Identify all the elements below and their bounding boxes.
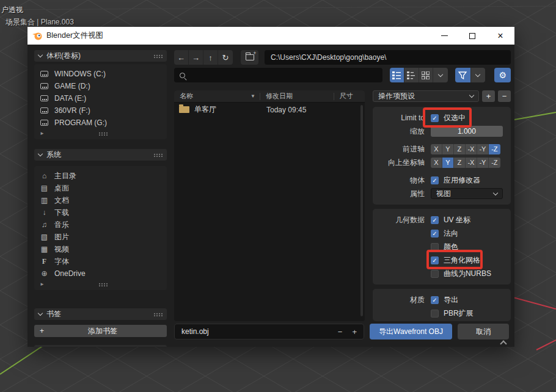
section-title: 书签	[46, 309, 61, 319]
sidebar-item-program-g[interactable]: PROGRAM (G:)	[34, 117, 167, 129]
scroll-up-indicator[interactable]	[500, 340, 507, 347]
sidebar-item-label: 下载	[54, 208, 69, 218]
sidebar-item-documents[interactable]: ▥ 文档	[34, 194, 167, 206]
column-header-name[interactable]: 名称 ▼	[174, 92, 260, 101]
column-header-size[interactable]: 尺寸	[334, 92, 365, 101]
search-input[interactable]	[174, 68, 382, 82]
sidebar-item-onedrive[interactable]: ⊕ OneDrive	[34, 267, 167, 280]
maximize-button[interactable]	[458, 27, 486, 45]
sidebar-item-data-e[interactable]: DATA (E:)	[34, 92, 167, 104]
axis-neg-z-button[interactable]: -Z	[489, 144, 500, 154]
section-header-recent[interactable]: 最近打开的文件	[34, 345, 167, 347]
normals-label: 法向	[444, 228, 458, 239]
column-header-date[interactable]: 修改日期	[260, 92, 334, 101]
grip-icon[interactable]	[153, 313, 163, 316]
normals-checkbox[interactable]	[431, 230, 439, 238]
axis-z-button[interactable]: Z	[454, 144, 466, 154]
axis-neg-y-button[interactable]: -Y	[477, 144, 489, 154]
uv-coords-checkbox[interactable]	[431, 216, 439, 224]
grip-icon[interactable]	[153, 153, 163, 157]
sidebar-item-game-d[interactable]: GAME (D:)	[34, 80, 167, 92]
curves-as-nurbs-checkbox[interactable]	[431, 270, 439, 278]
forward-axis-group: X Y Z -X -Y -Z	[431, 144, 500, 154]
view-horizontal-list-button[interactable]	[404, 68, 419, 82]
axis-neg-x-button[interactable]: -X	[466, 158, 477, 168]
sidebar-item-downloads[interactable]: ↓ 下载	[34, 206, 167, 219]
grid-icon	[422, 71, 430, 79]
axis-x-button[interactable]: X	[431, 158, 442, 168]
selected-only-checkbox[interactable]	[431, 114, 439, 122]
grip-icon[interactable]	[153, 54, 163, 58]
new-folder-button[interactable]	[241, 50, 258, 65]
path-input[interactable]: C:\Users\CXJ\Desktop\gong\baoye\	[265, 50, 511, 65]
sidebar-item-label: PROGRAM (G:)	[54, 118, 107, 127]
sidebar-item-label: DATA (E:)	[54, 94, 86, 103]
forward-button[interactable]: →	[189, 50, 203, 65]
dialog-footer: ketin.obj − + 导出Wavefront OBJ 取消	[174, 324, 509, 339]
sidebar-item-videos[interactable]: ▦ 视频	[34, 243, 167, 255]
filter-toggle-button[interactable]	[455, 68, 470, 82]
section-header-volumes[interactable]: 体积(卷标)	[34, 50, 167, 62]
export-materials-checkbox[interactable]	[431, 296, 439, 304]
horizontal-list-icon	[407, 71, 415, 79]
sidebar-item-fonts[interactable]: F 字体	[34, 255, 167, 267]
axis-y-button[interactable]: Y	[442, 158, 454, 168]
axis-neg-z-button[interactable]: -Z	[489, 158, 500, 168]
triangulate-mesh-checkbox[interactable]	[431, 256, 439, 264]
export-obj-button[interactable]: 导出Wavefront OBJ	[370, 324, 452, 339]
sidebar-item-music[interactable]: ♫ 音乐	[34, 219, 167, 231]
expand-right-icon[interactable]: ►	[40, 281, 45, 287]
grip-icon[interactable]	[98, 132, 108, 136]
sidebar-item-home[interactable]: ⌂ 主目录	[34, 170, 167, 182]
sidebar-item-desktop[interactable]: ▤ 桌面	[34, 182, 167, 194]
section-header-bookmarks[interactable]: 书签	[34, 308, 167, 320]
scale-value-field[interactable]: 1.000	[431, 126, 503, 137]
increment-filename-button[interactable]: +	[352, 327, 357, 336]
axis-x-button[interactable]: X	[431, 144, 442, 154]
browser-main: ← → ↑ ↻ C:\Users\CXJ\Desktop\gong\baoye\	[174, 50, 511, 347]
pbr-extension-checkbox[interactable]	[431, 310, 439, 318]
back-icon: ←	[177, 53, 185, 62]
minus-icon: −	[502, 92, 507, 101]
sidebar-item-360vr-f[interactable]: 360VR (F:)	[34, 104, 167, 117]
apply-modifiers-checkbox[interactable]	[431, 176, 439, 184]
expand-right-icon[interactable]: ►	[40, 131, 45, 136]
vertical-list-icon	[392, 71, 401, 79]
filename-input[interactable]: ketin.obj − +	[174, 324, 364, 339]
sidebar-item-windows-c[interactable]: WINDOWS (C:)	[34, 68, 167, 80]
colors-checkbox[interactable]	[431, 243, 439, 251]
file-row[interactable]: 单客厅 Today 09:45	[174, 103, 365, 117]
remove-preset-button[interactable]: −	[498, 90, 511, 102]
add-preset-button[interactable]: +	[482, 90, 495, 102]
sidebar-item-pictures[interactable]: ▧ 图片	[34, 231, 167, 243]
operator-presets-dropdown[interactable]: 操作项预设	[373, 90, 479, 102]
back-button[interactable]: ←	[174, 50, 189, 65]
axis-neg-x-button[interactable]: -X	[466, 144, 477, 154]
view-options-dropdown[interactable]	[433, 68, 448, 82]
system-list: ⌂ 主目录 ▤ 桌面 ▥ 文档 ↓ 下载	[34, 166, 167, 290]
refresh-button[interactable]: ↻	[218, 50, 233, 65]
uv-coords-label: UV 坐标	[444, 215, 470, 225]
close-button[interactable]: ×	[486, 27, 514, 45]
filename-value: ketin.obj	[181, 327, 209, 336]
view-thumbnails-button[interactable]	[419, 68, 434, 82]
axis-z-button[interactable]: Z	[454, 158, 466, 168]
view-vertical-list-button[interactable]	[390, 68, 404, 82]
cancel-button[interactable]: 取消	[458, 324, 509, 339]
filter-options-dropdown[interactable]	[470, 68, 486, 82]
decrement-filename-button[interactable]: −	[338, 327, 343, 336]
properties-dropdown[interactable]: 视图	[431, 188, 503, 199]
sidebar-item-label: 视频	[54, 244, 69, 255]
settings-button[interactable]: ⚙	[494, 68, 511, 82]
minimize-button[interactable]	[430, 27, 458, 45]
blender-screen: 户透视 场景集合 | Plane.003 Blender文件视图 ×	[0, 0, 556, 392]
axis-y-button[interactable]: Y	[442, 144, 454, 154]
apply-modifiers-label: 应用修改器	[444, 175, 480, 186]
font-icon: F	[40, 257, 49, 266]
file-list-scrollbar[interactable]	[360, 105, 363, 316]
section-header-system[interactable]: 系统	[34, 149, 167, 161]
grip-icon[interactable]	[98, 283, 108, 286]
add-bookmark-button[interactable]: + 添加书签	[34, 325, 167, 337]
axis-neg-y-button[interactable]: -Y	[477, 158, 489, 168]
parent-dir-button[interactable]: ↑	[203, 50, 218, 65]
